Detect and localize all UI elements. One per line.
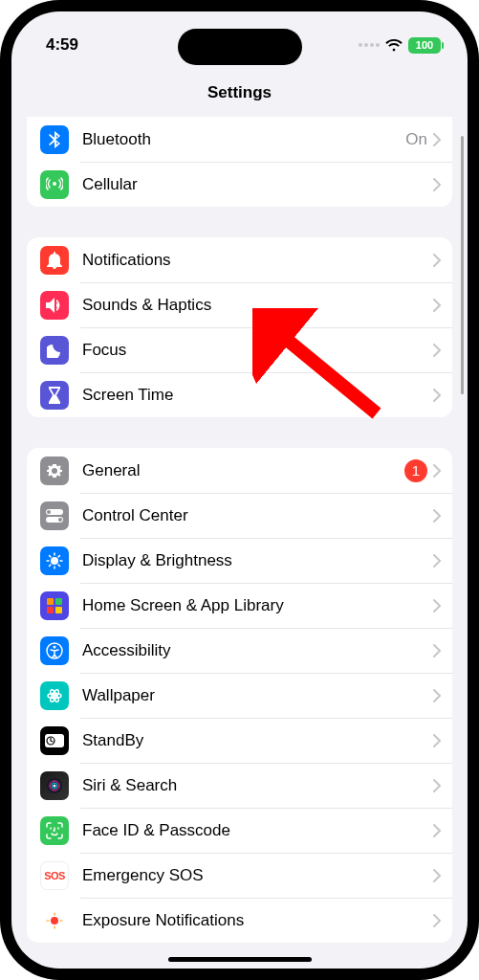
svg-point-10 <box>54 645 56 648</box>
dynamic-island <box>178 29 302 65</box>
page-title: Settings <box>207 83 272 102</box>
faceid-icon <box>40 816 69 845</box>
row-exposure[interactable]: Exposure Notifications <box>27 898 452 943</box>
speaker-icon <box>40 291 69 320</box>
row-focus[interactable]: Focus <box>27 327 452 372</box>
bell-icon <box>40 246 69 275</box>
chevron-right-icon <box>433 644 441 657</box>
row-display[interactable]: Display & Brightness <box>27 538 452 583</box>
bluetooth-icon <box>40 125 69 154</box>
row-homescreen[interactable]: Home Screen & App Library <box>27 583 452 628</box>
group-alerts: Notifications Sounds & Haptics Focus <box>27 237 452 417</box>
svg-point-21 <box>51 917 58 924</box>
row-label: Bluetooth <box>82 130 405 149</box>
chevron-right-icon <box>433 689 441 702</box>
siri-icon <box>40 771 69 800</box>
notification-badge: 1 <box>404 459 427 482</box>
chevron-right-icon <box>433 509 441 523</box>
chevron-right-icon <box>433 779 441 792</box>
chevron-right-icon <box>433 133 441 146</box>
chevron-right-icon <box>433 914 441 927</box>
row-label: Screen Time <box>82 386 433 405</box>
screen: 4:59 100 Settings <box>11 11 468 969</box>
row-label: Focus <box>82 341 433 360</box>
svg-rect-7 <box>47 607 54 613</box>
row-label: Emergency SOS <box>82 866 433 885</box>
clock-icon <box>40 726 69 755</box>
chevron-right-icon <box>433 824 441 837</box>
row-label: Exposure Notifications <box>82 911 433 930</box>
row-general[interactable]: General 1 <box>27 448 452 493</box>
row-label: Notifications <box>82 251 433 270</box>
chevron-right-icon <box>433 869 441 882</box>
hourglass-icon <box>40 381 69 410</box>
settings-list[interactable]: Bluetooth On Cellular <box>11 117 468 969</box>
switches-icon <box>40 501 69 530</box>
svg-point-20 <box>54 784 56 787</box>
svg-rect-5 <box>47 598 54 605</box>
row-label: Home Screen & App Library <box>82 596 433 615</box>
row-label: Sounds & Haptics <box>82 296 433 315</box>
group-system: General 1 Control Center Display & Brigh… <box>27 448 452 943</box>
gear-icon <box>40 457 69 485</box>
row-label: Face ID & Passcode <box>82 821 433 840</box>
svg-point-3 <box>58 518 62 522</box>
battery-pct: 100 <box>416 39 433 51</box>
wifi-icon <box>385 39 403 52</box>
moon-icon <box>40 336 69 365</box>
row-label: Wallpaper <box>82 686 433 705</box>
header: Settings <box>11 69 468 117</box>
chevron-right-icon <box>433 389 441 402</box>
grid-icon <box>40 591 69 620</box>
chevron-right-icon <box>433 254 441 267</box>
row-sounds[interactable]: Sounds & Haptics <box>27 282 452 327</box>
sos-icon: SOS <box>40 861 69 890</box>
status-time: 4:59 <box>46 35 78 55</box>
phone-frame: 4:59 100 Settings <box>0 0 479 980</box>
row-wallpaper[interactable]: Wallpaper <box>27 673 452 718</box>
exposure-icon <box>40 906 69 935</box>
chevron-right-icon <box>433 178 441 191</box>
person-icon <box>40 636 69 665</box>
status-right: 100 <box>359 37 441 54</box>
chevron-right-icon <box>433 554 441 568</box>
row-label: Display & Brightness <box>82 551 433 570</box>
svg-point-4 <box>51 557 58 565</box>
chevron-right-icon <box>433 464 441 478</box>
home-indicator[interactable] <box>168 957 312 962</box>
row-label: Cellular <box>82 175 433 194</box>
row-bluetooth[interactable]: Bluetooth On <box>27 117 452 162</box>
battery-icon: 100 <box>408 37 441 54</box>
cell-signal-icon <box>359 43 380 47</box>
row-detail: On <box>405 130 427 149</box>
svg-rect-6 <box>55 598 62 605</box>
row-cellular[interactable]: Cellular <box>27 162 452 207</box>
chevron-right-icon <box>433 599 441 612</box>
scroll-indicator[interactable] <box>461 136 464 394</box>
row-screentime[interactable]: Screen Time <box>27 372 452 417</box>
svg-point-1 <box>47 510 51 514</box>
row-standby[interactable]: StandBy <box>27 718 452 763</box>
row-sos[interactable]: SOS Emergency SOS <box>27 853 452 898</box>
row-label: General <box>82 461 404 480</box>
row-faceid[interactable]: Face ID & Passcode <box>27 808 452 853</box>
row-accessibility[interactable]: Accessibility <box>27 628 452 673</box>
antenna-icon <box>40 170 69 199</box>
row-label: Siri & Search <box>82 776 433 795</box>
chevron-right-icon <box>433 344 441 357</box>
sun-icon <box>40 546 69 575</box>
chevron-right-icon <box>433 299 441 312</box>
group-connectivity: Bluetooth On Cellular <box>27 117 452 207</box>
row-label: Control Center <box>82 506 433 525</box>
flower-icon <box>40 681 69 710</box>
row-notifications[interactable]: Notifications <box>27 237 452 282</box>
row-label: StandBy <box>82 731 433 750</box>
svg-rect-8 <box>55 607 62 613</box>
row-siri[interactable]: Siri & Search <box>27 763 452 808</box>
chevron-right-icon <box>433 734 441 747</box>
row-label: Accessibility <box>82 641 433 660</box>
row-controlcenter[interactable]: Control Center <box>27 493 452 538</box>
